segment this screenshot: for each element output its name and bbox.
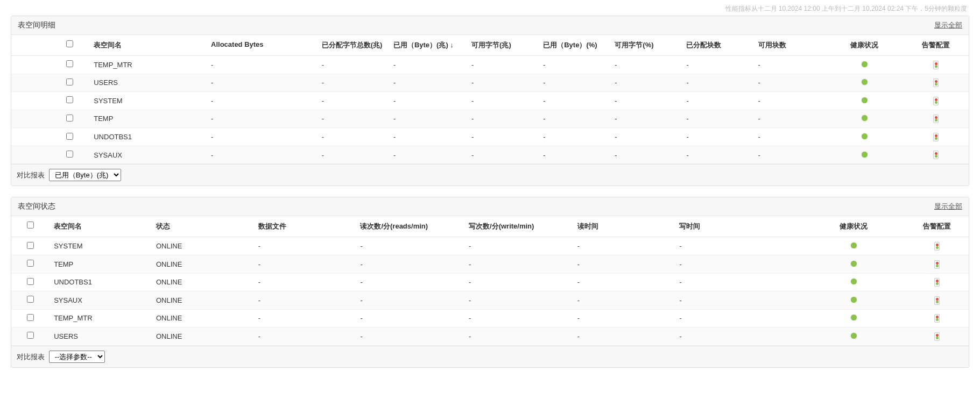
panel2-compare-select[interactable]: --选择参数-- [49,351,105,363]
health-ok-icon [862,61,868,67]
cell-used-mb: - [389,146,467,164]
cell-write-time: - [675,273,802,291]
row-checkbox[interactable] [27,332,34,339]
col-alloc[interactable]: Allocated Bytes [207,35,318,56]
cell-name: TEMP [50,255,152,273]
panel1-title: 表空间明细 [18,20,55,30]
tablespace-detail-panel: 表空间明细 显示全部 表空间名 Allocated Bytes 已分配字节总数(… [11,16,969,186]
row-checkbox[interactable] [66,115,73,122]
col-avail-blocks[interactable]: 可用块数 [754,35,826,56]
table-row: SYSAUXONLINE----- [11,291,969,310]
row-checkbox[interactable] [27,296,34,303]
alarm-config-icon[interactable] [934,260,940,269]
tablespace-detail-table: 表空间名 Allocated Bytes 已分配字节总数(兆) 已用（Byte）… [11,35,969,164]
row-checkbox[interactable] [27,242,34,249]
alarm-config-icon[interactable] [933,78,939,87]
table-row: UNDOTBS1ONLINE----- [11,273,969,291]
row-checkbox[interactable] [66,133,73,140]
cell-alloc-blocks: - [682,110,753,128]
cell-name: TEMP_MTR [89,56,207,74]
cell-alloc-blocks: - [682,74,753,92]
alarm-config-icon[interactable] [934,278,940,287]
cell-alloc-blocks: - [682,146,753,164]
col2-read-time[interactable]: 读时间 [573,216,675,237]
cell-name: TEMP_MTR [50,309,152,327]
panel1-show-all-link[interactable]: 显示全部 [934,20,962,30]
row-checkbox[interactable] [66,78,73,85]
cell-name: SYSTEM [50,237,152,255]
metrics-time-range: 性能指标从十二月 10,2024 12:00 上午到十二月 10,2024 02… [11,4,969,13]
cell-status: ONLINE [152,291,254,310]
alarm-config-icon[interactable] [933,61,939,69]
alarm-config-icon[interactable] [934,314,940,323]
row-checkbox[interactable] [27,260,34,267]
cell-write-time: - [675,237,802,255]
health-ok-icon [851,261,857,267]
col-name[interactable]: 表空间名 [89,35,207,56]
alarm-config-icon[interactable] [934,242,940,251]
cell-alloc-blocks: - [682,56,753,74]
cell-name: SYSTEM [89,92,207,110]
cell-name: TEMP [89,110,207,128]
cell-name: USERS [89,74,207,92]
alarm-config-icon[interactable] [933,133,939,141]
panel1-select-all-checkbox[interactable] [66,40,73,47]
cell-writes: - [464,237,573,255]
alarm-config-icon[interactable] [933,151,939,159]
col-alarm[interactable]: 告警配置 [904,35,969,56]
cell-avail-blocks: - [754,128,826,146]
alarm-config-icon[interactable] [933,115,939,123]
cell-datafile: - [254,255,356,273]
cell-name: SYSAUX [50,291,152,310]
col2-writes[interactable]: 写次数/分(write/min) [464,216,573,237]
row-checkbox[interactable] [66,96,73,103]
col2-alarm[interactable]: 告警配置 [905,216,969,237]
cell-avail-mb: - [467,110,539,128]
panel2-show-all-link[interactable]: 显示全部 [934,202,962,211]
cell-alloc: - [207,110,318,128]
cell-avail-pct: - [610,56,682,74]
alarm-config-icon[interactable] [933,97,939,105]
table-row: SYSTEMONLINE----- [11,237,969,255]
cell-avail-blocks: - [754,110,826,128]
panel1-compare-select[interactable]: 已用（Byte）(兆) [49,169,121,181]
cell-avail-mb: - [467,128,539,146]
col-avail-pct[interactable]: 可用字节(%) [610,35,682,56]
row-checkbox[interactable] [66,151,73,158]
col2-write-time[interactable]: 写时间 [675,216,802,237]
cell-write-time: - [675,327,802,346]
cell-avail-blocks: - [754,74,826,92]
col2-status[interactable]: 状态 [152,216,254,237]
alarm-config-icon[interactable] [934,332,940,341]
col2-name[interactable]: 表空间名 [50,216,152,237]
cell-alloc-blocks: - [682,92,753,110]
row-checkbox[interactable] [27,278,34,285]
table-row: USERS-------- [11,74,969,92]
row-checkbox[interactable] [66,60,73,67]
col-used-mb[interactable]: 已用（Byte）(兆) ↓ [389,35,467,56]
cell-avail-pct: - [610,146,682,164]
col-health[interactable]: 健康状况 [826,35,904,56]
health-ok-icon [862,97,868,103]
row-checkbox[interactable] [27,314,34,321]
col-avail-mb[interactable]: 可用字节(兆) [467,35,539,56]
cell-reads: - [356,255,464,273]
cell-alloc-total: - [318,74,389,92]
compare-label: 对比报表 [17,353,45,361]
sort-desc-icon: ↓ [450,41,454,49]
panel2-select-all-checkbox[interactable] [27,222,34,229]
col-alloc-total[interactable]: 已分配字节总数(兆) [318,35,389,56]
table-row: TEMPONLINE----- [11,255,969,273]
cell-read-time: - [573,309,675,327]
cell-datafile: - [254,327,356,346]
col2-health[interactable]: 健康状况 [803,216,905,237]
table-row: SYSTEM-------- [11,92,969,110]
alarm-config-icon[interactable] [934,296,940,305]
col2-reads[interactable]: 读次数/分(reads/min) [356,216,464,237]
col-used-pct[interactable]: 已用（Byte）(%) [539,35,610,56]
cell-reads: - [356,237,464,255]
table-row: SYSAUX-------- [11,146,969,164]
col-alloc-blocks[interactable]: 已分配块数 [682,35,753,56]
col2-datafile[interactable]: 数据文件 [254,216,356,237]
cell-avail-pct: - [610,74,682,92]
